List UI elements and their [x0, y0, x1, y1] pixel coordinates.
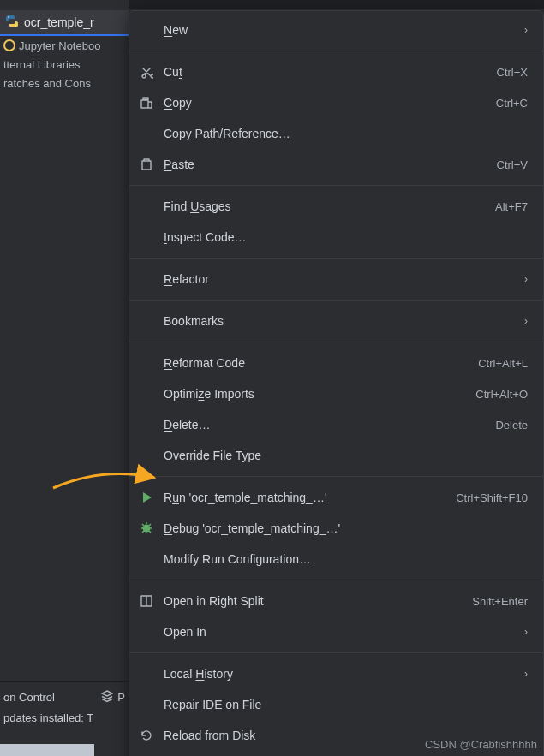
- editor-tab-label: ocr_temple_r: [24, 15, 94, 29]
- menu-separator: [129, 51, 543, 51]
- project-sidebar: ocr_temple_r Jupyter Notebootternal Libr…: [0, 0, 129, 756]
- paste-icon: [129, 158, 164, 171]
- p-badge[interactable]: P: [117, 691, 125, 704]
- menu-item[interactable]: Reformat CodeCtrl+Alt+L: [129, 348, 543, 378]
- menu-separator: [129, 580, 543, 580]
- menu-item[interactable]: Open in Right SplitShift+Enter: [129, 586, 543, 616]
- menu-item-label: Override File Type: [164, 449, 528, 462]
- menu-item[interactable]: Copy Path/Reference…: [129, 118, 543, 149]
- menu-separator: [129, 342, 543, 342]
- menu-item-shortcut: Ctrl+Alt+L: [478, 357, 528, 370]
- project-tree[interactable]: Jupyter Notebootternal Librariesratches …: [0, 36, 129, 92]
- menu-item-label: Run 'ocr_temple_matching_…': [164, 491, 445, 504]
- menu-item-label: Find Usages: [164, 199, 485, 213]
- cut-icon: [129, 65, 164, 79]
- menu-item-label: Copy Path/Reference…: [164, 127, 528, 140]
- menu-item[interactable]: Optimize ImportsCtrl+Alt+O: [129, 378, 543, 409]
- layers-icon[interactable]: [100, 689, 114, 705]
- menu-separator: [129, 258, 543, 259]
- chevron-right-icon: ›: [514, 626, 528, 638]
- menu-item[interactable]: Run 'ocr_temple_matching_…'Ctrl+Shift+F1…: [129, 482, 543, 513]
- chevron-right-icon: ›: [514, 668, 528, 680]
- menu-item-shortcut: Alt+F7: [495, 200, 528, 213]
- chevron-right-icon: ›: [514, 315, 528, 327]
- menu-item-shortcut: Shift+Enter: [472, 595, 528, 608]
- menu-item-label: Open in Right Split: [164, 594, 462, 608]
- menu-item[interactable]: Delete…Delete: [129, 409, 543, 440]
- split-icon: [129, 594, 164, 608]
- chevron-right-icon: ›: [514, 273, 528, 285]
- menu-item-label: Local History: [164, 667, 507, 681]
- menu-item[interactable]: CutCtrl+X: [129, 57, 543, 87]
- menu-item[interactable]: Override File Type: [129, 440, 543, 471]
- bottom-line1: on Control: [3, 691, 55, 704]
- menu-item-shortcut: Ctrl+Alt+O: [475, 388, 528, 401]
- menu-separator: [129, 652, 543, 653]
- menu-item-label: Bookmarks: [164, 314, 507, 328]
- menu-item-label: Reformat Code: [164, 356, 468, 370]
- menu-item-shortcut: Ctrl+V: [497, 158, 528, 171]
- editor-tab-ocr-temple[interactable]: ocr_temple_r: [0, 10, 129, 36]
- debug-icon: [129, 521, 164, 535]
- context-menu: New›CutCtrl+XCopyCtrl+CCopy Path/Referen…: [129, 10, 544, 756]
- project-item[interactable]: Jupyter Noteboo: [0, 36, 129, 55]
- menu-item-label: Delete…: [164, 418, 485, 432]
- menu-item[interactable]: CopyCtrl+C: [129, 87, 543, 118]
- menu-item-label: Copy: [164, 96, 486, 110]
- menu-item-label: New: [164, 23, 507, 37]
- python-file-icon: [5, 15, 19, 31]
- menu-item[interactable]: Local History›: [129, 658, 543, 689]
- menu-item-shortcut: Ctrl+Shift+F10: [456, 491, 528, 504]
- bottom-line2: pdates installed: T: [3, 711, 93, 724]
- menu-item-shortcut: Ctrl+X: [497, 66, 528, 79]
- menu-item-label: Paste: [164, 158, 487, 171]
- menu-separator: [129, 476, 543, 477]
- menu-item-shortcut: Delete: [495, 419, 528, 432]
- preview-thumbnail: [0, 744, 94, 756]
- menu-item-shortcut: Ctrl+C: [496, 97, 528, 110]
- svg-point-1: [15, 25, 16, 27]
- svg-point-0: [8, 16, 9, 18]
- menu-item-label: Repair IDE on File: [164, 698, 528, 711]
- menu-item-label: Cut: [164, 65, 487, 79]
- menu-item[interactable]: Repair IDE on File: [129, 689, 543, 720]
- menu-item[interactable]: Inspect Code…: [129, 222, 543, 253]
- copy-icon: [129, 96, 164, 110]
- menu-item-label: Open In: [164, 625, 507, 639]
- menu-item[interactable]: Find UsagesAlt+F7: [129, 191, 543, 222]
- editor-background: [129, 0, 544, 9]
- chevron-right-icon: ›: [514, 24, 528, 36]
- menu-item[interactable]: PasteCtrl+V: [129, 149, 543, 180]
- menu-item[interactable]: Bookmarks›: [129, 306, 543, 336]
- menu-separator: [129, 300, 543, 301]
- menu-item-label: Inspect Code…: [164, 230, 528, 244]
- jupyter-icon: [3, 39, 15, 51]
- menu-item[interactable]: Open In›: [129, 616, 543, 647]
- menu-item-label: Refactor: [164, 272, 507, 286]
- reload-icon: [129, 729, 164, 742]
- menu-item-label: Optimize Imports: [164, 387, 465, 401]
- project-item[interactable]: tternal Libraries: [0, 55, 129, 74]
- watermark: CSDN @Crabfishhhhh: [425, 738, 537, 751]
- menu-item[interactable]: Refactor›: [129, 264, 543, 295]
- menu-item-label: Debug 'ocr_temple_matching_…': [164, 521, 528, 535]
- menu-separator: [129, 185, 543, 186]
- app-root: ocr_temple_r Jupyter Notebootternal Libr…: [0, 0, 544, 756]
- menu-item[interactable]: Debug 'ocr_temple_matching_…': [129, 513, 543, 544]
- project-item[interactable]: ratches and Cons: [0, 74, 129, 92]
- menu-item-label: Modify Run Configuration…: [164, 552, 528, 566]
- menu-item[interactable]: New›: [129, 15, 543, 45]
- menu-item[interactable]: Modify Run Configuration…: [129, 544, 543, 574]
- run-icon: [129, 491, 164, 504]
- bottom-panel: on Control P pdates installed: T: [0, 681, 129, 756]
